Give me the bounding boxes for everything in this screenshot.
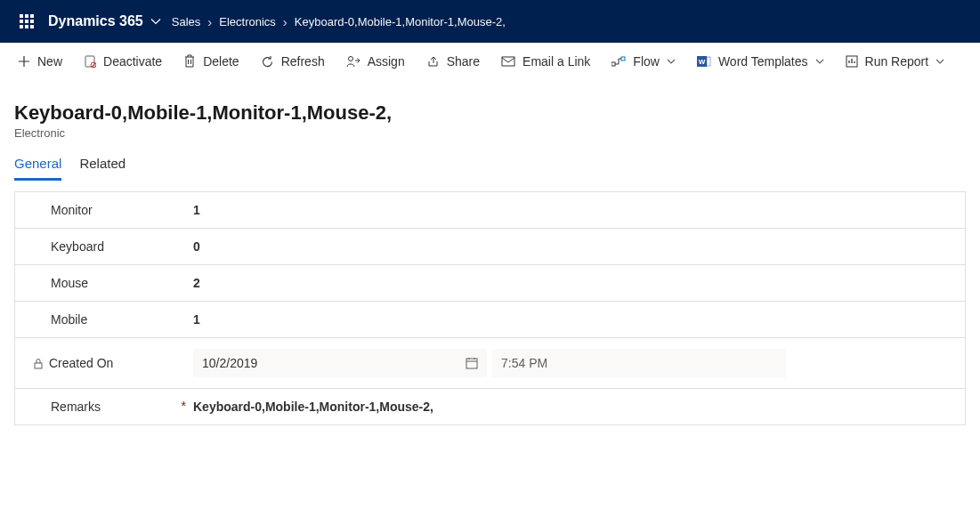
field-row-mobile: Mobile 1 <box>15 301 965 337</box>
flow-label: Flow <box>633 54 660 69</box>
run-report-button[interactable]: Run Report <box>835 43 956 80</box>
waffle-icon <box>20 14 34 28</box>
form-panel: Monitor 1 Keyboard 0 Mouse 2 Mobile 1 Cr… <box>14 191 966 425</box>
brand-label[interactable]: Dynamics 365 <box>48 13 149 29</box>
word-templates-label: Word Templates <box>718 54 808 69</box>
calendar-icon <box>466 357 478 369</box>
value-keyboard[interactable]: 0 <box>193 239 947 254</box>
command-bar: New Deactivate Delete Refresh Assign Sha… <box>0 43 980 80</box>
label-mobile: Mobile <box>33 312 193 327</box>
top-navbar: Dynamics 365 Sales › Electronics › Keybo… <box>0 0 980 43</box>
svg-text:W: W <box>699 58 706 66</box>
field-row-mouse: Mouse 2 <box>15 264 965 301</box>
svg-rect-10 <box>35 363 42 368</box>
refresh-icon <box>261 55 274 69</box>
email-a-link-button[interactable]: Email a Link <box>490 43 601 80</box>
lock-icon <box>33 358 44 369</box>
plus-icon <box>18 55 30 68</box>
tabs: General Related <box>0 140 980 181</box>
flow-icon <box>611 56 626 67</box>
created-on-date-input[interactable]: 10/2/2019 <box>193 349 487 377</box>
field-row-keyboard: Keyboard 0 <box>15 228 965 264</box>
svg-point-2 <box>348 57 352 61</box>
required-indicator: * <box>182 399 186 413</box>
tab-general[interactable]: General <box>14 156 61 181</box>
label-mouse: Mouse <box>33 276 193 290</box>
breadcrumb-electronics[interactable]: Electronics <box>219 15 276 28</box>
app-launcher-button[interactable] <box>5 0 48 43</box>
assign-icon <box>346 55 360 68</box>
value-mouse[interactable]: 2 <box>193 276 947 290</box>
field-row-monitor: Monitor 1 <box>15 192 965 228</box>
created-on-time-input[interactable]: 7:54 PM <box>492 349 786 377</box>
label-remarks: Remarks * <box>33 400 193 414</box>
chevron-right-icon: › <box>283 14 288 29</box>
chevron-right-icon: › <box>207 14 212 29</box>
page-subtitle: Electronic <box>14 126 966 140</box>
word-templates-button[interactable]: W Word Templates <box>686 43 835 80</box>
deactivate-label: Deactivate <box>103 54 162 69</box>
email-label: Email a Link <box>522 54 590 69</box>
share-button[interactable]: Share <box>416 43 490 80</box>
report-icon <box>846 55 858 68</box>
value-monitor[interactable]: 1 <box>193 203 947 217</box>
trash-icon <box>183 54 196 69</box>
chevron-down-icon <box>815 57 824 66</box>
svg-rect-5 <box>621 57 625 61</box>
assign-button[interactable]: Assign <box>336 43 416 80</box>
label-monitor: Monitor <box>33 203 193 217</box>
word-icon: W <box>697 55 711 68</box>
breadcrumb-sales[interactable]: Sales <box>172 15 201 28</box>
value-mobile[interactable]: 1 <box>193 312 947 327</box>
assign-label: Assign <box>368 54 405 69</box>
chevron-down-icon <box>935 57 944 66</box>
svg-rect-11 <box>466 359 477 368</box>
chevron-down-icon <box>667 57 676 66</box>
value-remarks[interactable]: Keyboard-0,Mobile-1,Monitor-1,Mouse-2, <box>193 400 947 414</box>
breadcrumb-current: Keyboard-0,Mobile-1,Monitor-1,Mouse-2, <box>295 15 506 28</box>
refresh-label: Refresh <box>281 54 325 69</box>
delete-button[interactable]: Delete <box>173 43 249 80</box>
tab-related[interactable]: Related <box>79 156 126 181</box>
new-button[interactable]: New <box>7 43 73 80</box>
run-report-label: Run Report <box>865 54 929 69</box>
email-icon <box>501 56 515 67</box>
label-created-on: Created On <box>33 356 193 370</box>
new-label: New <box>37 54 62 69</box>
delete-label: Delete <box>203 54 239 69</box>
share-icon <box>426 55 440 68</box>
field-row-remarks: Remarks * Keyboard-0,Mobile-1,Monitor-1,… <box>15 388 965 424</box>
deactivate-icon <box>84 54 96 69</box>
svg-rect-8 <box>707 57 710 66</box>
chevron-down-icon[interactable] <box>150 16 161 27</box>
field-row-created-on: Created On 10/2/2019 7:54 PM <box>15 337 965 388</box>
svg-rect-3 <box>502 57 514 66</box>
label-keyboard: Keyboard <box>33 239 193 254</box>
page-title: Keyboard-0,Mobile-1,Monitor-1,Mouse-2, <box>14 101 966 125</box>
svg-rect-4 <box>611 62 615 66</box>
flow-button[interactable]: Flow <box>601 43 686 80</box>
share-label: Share <box>447 54 480 69</box>
refresh-button[interactable]: Refresh <box>250 43 336 80</box>
page-header: Keyboard-0,Mobile-1,Monitor-1,Mouse-2, E… <box>0 80 980 140</box>
deactivate-button[interactable]: Deactivate <box>73 43 173 80</box>
